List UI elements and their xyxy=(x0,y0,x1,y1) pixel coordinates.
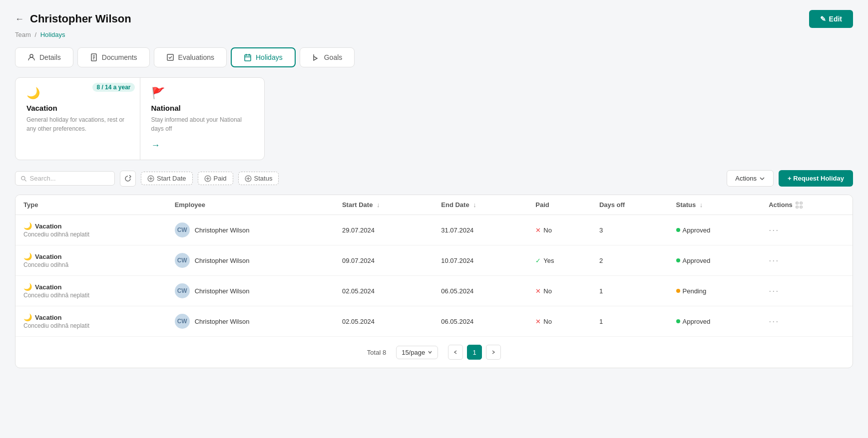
row-actions-cell[interactable]: ··· xyxy=(761,245,853,276)
col-paid: Paid xyxy=(527,195,591,215)
search-box[interactable] xyxy=(15,171,115,186)
table-row: 🌙 Vacation Concediu odihnă CW Christophe… xyxy=(15,245,853,276)
tab-details[interactable]: Details xyxy=(15,47,73,67)
svg-point-0 xyxy=(30,54,33,57)
tab-goals-label: Goals xyxy=(324,53,343,61)
tab-holidays[interactable]: Holidays xyxy=(231,47,296,67)
refresh-button[interactable] xyxy=(120,171,136,187)
paid-label: No xyxy=(543,287,552,295)
row-actions-cell[interactable]: ··· xyxy=(761,276,853,306)
next-page-button[interactable] xyxy=(486,345,501,360)
breadcrumb: Team / Holidays xyxy=(15,31,853,38)
prev-icon xyxy=(453,350,458,355)
page-title: Christopher Wilson xyxy=(30,12,131,25)
vacation-card[interactable]: 8 / 14 a year 🌙 Vacation General holiday… xyxy=(15,78,140,160)
days-off-cell: 1 xyxy=(591,276,668,306)
paid-label: No xyxy=(543,318,552,325)
plus-circle-icon xyxy=(147,175,154,182)
sort-status-icon: ↓ xyxy=(700,201,703,209)
row-actions-button[interactable]: ··· xyxy=(769,255,779,265)
page-size-select[interactable]: 15/page xyxy=(396,346,438,359)
type-icon: 🌙 xyxy=(23,283,32,291)
avatar: CW xyxy=(175,222,190,237)
paid-label: No xyxy=(543,226,552,234)
national-icon: 🚩 xyxy=(151,87,254,100)
paid-cell: ✕ No xyxy=(527,215,591,245)
end-date-cell: 06.05.2024 xyxy=(433,306,527,337)
start-date-filter[interactable]: Start Date xyxy=(141,172,193,185)
page-1-button[interactable]: 1 xyxy=(467,345,482,360)
tab-documents[interactable]: Documents xyxy=(77,47,150,67)
row-actions-button[interactable]: ··· xyxy=(769,316,779,326)
request-holiday-button[interactable]: + Request Holiday xyxy=(779,170,853,187)
row-actions-button[interactable]: ··· xyxy=(769,286,779,296)
edit-button[interactable]: ✎ Edit xyxy=(809,10,853,28)
pagination-total: Total 8 xyxy=(367,349,386,356)
col-end-date[interactable]: End Date ↓ xyxy=(433,195,527,215)
table-row: 🌙 Vacation Concediu odihnă neplatit CW C… xyxy=(15,306,853,337)
employee-name: Christopher Wilson xyxy=(195,318,250,325)
sort-start-date-icon: ↓ xyxy=(377,201,380,209)
search-input[interactable] xyxy=(30,175,109,182)
table-settings-icon xyxy=(796,202,803,209)
tab-documents-label: Documents xyxy=(102,53,137,61)
actions-dropdown-button[interactable]: Actions xyxy=(727,170,774,187)
start-date-cell: 29.07.2024 xyxy=(334,215,433,245)
row-actions-cell[interactable]: ··· xyxy=(761,215,853,245)
type-main-label: Vacation xyxy=(35,253,61,260)
national-arrow: → xyxy=(151,140,254,151)
holidays-table: Type Employee Start Date ↓ End Date ↓ Pa xyxy=(15,195,853,368)
col-employee: Employee xyxy=(167,195,334,215)
vacation-badge: 8 / 14 a year xyxy=(92,83,134,92)
person-icon xyxy=(27,53,35,61)
breadcrumb-holidays[interactable]: Holidays xyxy=(40,31,65,38)
paid-label: Paid xyxy=(214,175,227,182)
tab-goals[interactable]: Goals xyxy=(300,47,355,67)
svg-line-11 xyxy=(25,180,26,181)
vacation-desc: General holiday for vacations, rest or a… xyxy=(26,115,129,133)
next-icon xyxy=(491,350,496,355)
row-actions-cell[interactable]: ··· xyxy=(761,306,853,337)
national-title: National xyxy=(151,104,254,112)
days-off-cell: 2 xyxy=(591,245,668,276)
status-dot xyxy=(676,319,680,323)
back-button[interactable]: ← xyxy=(15,14,24,24)
status-dot xyxy=(676,258,680,262)
paid-filter[interactable]: Paid xyxy=(198,172,233,185)
paid-cell: ✓ Yes xyxy=(527,245,591,276)
plus-circle-paid-icon xyxy=(204,175,211,182)
prev-page-button[interactable] xyxy=(448,345,463,360)
tab-evaluations-label: Evaluations xyxy=(178,53,214,61)
evaluations-icon xyxy=(166,53,174,61)
employee-name: Christopher Wilson xyxy=(195,287,250,295)
row-actions-button[interactable]: ··· xyxy=(769,225,779,235)
status-dot xyxy=(676,289,680,293)
paid-check-icon: ✓ xyxy=(535,257,541,264)
vacation-title: Vacation xyxy=(26,104,129,112)
status-cell: Approved xyxy=(668,215,761,245)
paid-label: Yes xyxy=(543,257,554,264)
type-cell: 🌙 Vacation Concediu odihnă xyxy=(15,245,167,276)
status-cell: Approved xyxy=(668,245,761,276)
status-cell: Pending xyxy=(668,276,761,306)
search-icon xyxy=(20,175,27,182)
actions-label: Actions xyxy=(735,175,757,182)
plus-circle-status-icon xyxy=(245,175,252,182)
col-status[interactable]: Status ↓ xyxy=(668,195,761,215)
status-filter[interactable]: Status xyxy=(238,172,279,185)
paid-x-icon: ✕ xyxy=(535,226,541,234)
chevron-down-icon xyxy=(759,176,765,182)
type-main-label: Vacation xyxy=(35,283,61,291)
breadcrumb-team[interactable]: Team xyxy=(15,31,31,38)
avatar: CW xyxy=(175,253,190,268)
col-days-off: Days off xyxy=(591,195,668,215)
status-cell: Approved xyxy=(668,306,761,337)
col-actions: Actions xyxy=(761,195,853,215)
national-card[interactable]: 🚩 National Stay informed about your Nati… xyxy=(140,78,265,160)
col-start-date[interactable]: Start Date ↓ xyxy=(334,195,433,215)
avatar: CW xyxy=(175,283,190,298)
status-label: Approved xyxy=(683,226,711,234)
tab-evaluations[interactable]: Evaluations xyxy=(154,47,227,67)
type-sub-label: Concediu odihnă neplatit xyxy=(23,292,159,299)
start-date-cell: 09.07.2024 xyxy=(334,245,433,276)
